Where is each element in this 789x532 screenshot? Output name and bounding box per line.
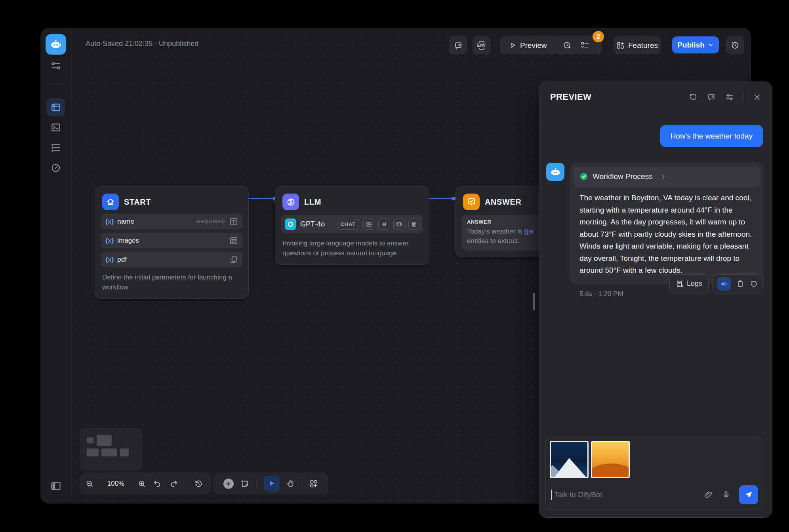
difybot-logo[interactable]	[46, 34, 66, 55]
variable-token: {x}	[105, 237, 114, 244]
bot-message-group: Workflow Process The weather in Boydton,…	[570, 163, 763, 298]
panel-resize-handle[interactable]	[533, 293, 535, 310]
hand-tool[interactable]	[286, 479, 295, 488]
message-actions: Logs	[669, 274, 762, 293]
preview-panel-title: PREVIEW	[550, 92, 679, 102]
node-start[interactable]: START {x} name REQUIRED {x} images {x} p…	[95, 186, 249, 299]
start-field-pdf: {x} pdf	[101, 252, 242, 267]
home-icon	[102, 194, 119, 210]
close-panel-icon[interactable]	[753, 93, 761, 101]
zoom-level[interactable]: 100%	[105, 480, 128, 488]
message-action-group	[713, 274, 762, 293]
redo-button[interactable]	[170, 479, 178, 488]
logs-icon	[676, 280, 684, 288]
bot-message-bubble: Workflow Process The weather in Boydton,…	[570, 163, 763, 284]
checklist-icon	[580, 41, 589, 50]
conversation-note-button[interactable]	[707, 93, 716, 101]
edge-connector	[452, 197, 455, 200]
zoom-control: 100%	[80, 473, 151, 494]
audio-capability-icon	[378, 218, 389, 230]
env-variables-button[interactable]: ENV	[473, 36, 490, 54]
start-field-images: {x} images	[101, 233, 242, 248]
model-name: GPT-4o	[300, 220, 333, 228]
user-message-bubble: How's the weather today	[660, 125, 763, 147]
organize-nodes-tool[interactable]	[309, 479, 318, 488]
add-note-tool[interactable]	[240, 479, 249, 488]
pointer-tool[interactable]	[264, 476, 280, 492]
sidebar-item-monitoring[interactable]	[47, 159, 65, 177]
node-llm-header: LLM	[281, 193, 423, 210]
document-capability-icon	[408, 218, 419, 230]
paragraph-type-icon	[229, 236, 238, 245]
microphone-icon[interactable]	[722, 490, 730, 499]
change-history-button[interactable]	[194, 479, 203, 488]
variable-token: {x}	[105, 256, 114, 263]
llm-model-row: GPT-4o CHAT	[281, 215, 423, 233]
play-icon	[509, 42, 516, 49]
logs-button[interactable]: Logs	[669, 274, 709, 293]
features-button[interactable]: Features	[614, 36, 661, 54]
vision-capability-icon	[363, 218, 374, 230]
required-badge: REQUIRED	[197, 218, 226, 224]
bot-message-text: The weather in Boydton, VA today is clea…	[574, 187, 760, 277]
success-check-icon	[579, 172, 588, 181]
run-clock-icon	[563, 41, 572, 50]
chevron-down-icon	[708, 42, 714, 48]
speaker-button[interactable]	[717, 277, 731, 291]
workflow-icon[interactable]	[50, 60, 61, 71]
openai-logo	[285, 218, 296, 230]
settings-sliders-icon[interactable]	[725, 93, 734, 101]
regenerate-button[interactable]	[750, 280, 758, 288]
canvas-minimap[interactable]	[80, 428, 142, 469]
collapse-sidebar-icon[interactable]	[50, 481, 61, 492]
run-history-button[interactable]	[556, 41, 579, 50]
checklist-count-badge: 2	[593, 31, 604, 42]
canvas-tools	[213, 473, 328, 494]
preview-panel: PREVIEW How's the weather today	[539, 82, 772, 518]
text-caret	[551, 490, 552, 500]
toolbar-divider	[495, 40, 495, 50]
undo-button[interactable]	[153, 479, 162, 488]
node-title: LLM	[304, 198, 321, 207]
answer-variable: {{w	[524, 228, 534, 235]
env-icon: ENV	[477, 41, 486, 50]
node-description: Invoking large language models to answer…	[281, 238, 423, 258]
preview-run-button[interactable]: Preview	[501, 41, 556, 50]
sidebar-item-preview[interactable]	[47, 98, 65, 116]
bot-avatar	[546, 163, 564, 181]
llm-brain-icon	[282, 194, 299, 210]
node-start-header: START	[101, 193, 242, 210]
publish-button[interactable]: Publish	[672, 36, 719, 53]
sidebar-item-logs[interactable]	[47, 139, 65, 157]
preview-button-group: Preview	[500, 36, 602, 54]
restart-conversation-button[interactable]	[689, 93, 698, 101]
answer-bubble-icon	[463, 194, 480, 210]
attach-file-icon[interactable]	[704, 490, 713, 499]
workflow-process-bar[interactable]: Workflow Process	[574, 166, 760, 187]
chevron-right-icon	[660, 174, 666, 180]
zoom-out-button[interactable]	[86, 480, 94, 488]
chat-input[interactable]	[553, 490, 704, 500]
chat-input-area	[545, 437, 763, 509]
checklist-button[interactable]	[579, 41, 595, 50]
version-history-button[interactable]	[726, 36, 744, 54]
add-node-button[interactable]	[223, 479, 234, 489]
attachment-sunset-dune-photo[interactable]	[591, 441, 630, 478]
video-capability-icon	[393, 218, 404, 230]
attachment-mountain-photo[interactable]	[550, 441, 589, 478]
divider	[302, 479, 303, 488]
divider	[743, 93, 744, 101]
send-button[interactable]	[739, 485, 758, 504]
files-type-icon	[229, 255, 238, 264]
copy-button[interactable]	[736, 280, 744, 288]
note-x-icon	[454, 41, 463, 50]
chat-mode-badge: CHAT	[337, 219, 359, 230]
features-icon	[616, 41, 625, 49]
divider	[186, 479, 186, 488]
node-llm[interactable]: LLM GPT-4o CHAT	[275, 186, 429, 265]
sidebar-divider	[47, 83, 65, 84]
undo-redo-control	[145, 473, 211, 494]
sidebar-item-terminal[interactable]	[47, 118, 65, 137]
node-title: START	[124, 198, 151, 207]
add-note-button[interactable]	[449, 36, 467, 54]
